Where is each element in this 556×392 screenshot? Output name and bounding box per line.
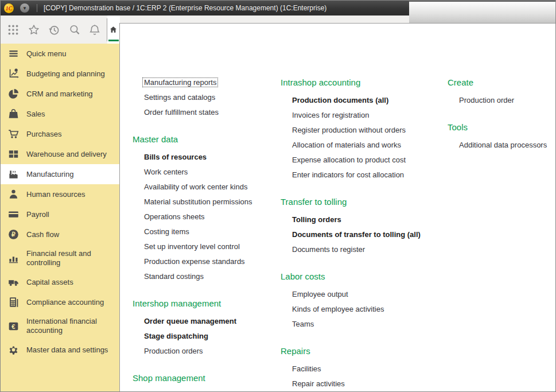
storage-boxes-icon — [8, 149, 19, 160]
sidebar-item-warehouse-and-delivery[interactable]: Warehouse and delivery — [1, 144, 119, 164]
section-header: Repairs — [281, 344, 444, 359]
sidebar-item-crm-and-marketing[interactable]: CRM and marketing — [1, 84, 119, 104]
menu-section: Manufacturing reportsSettings and catalo… — [133, 75, 279, 120]
menu-link[interactable]: Additional data processors — [448, 138, 556, 153]
menu-link[interactable]: Stage operations — [133, 389, 279, 392]
sidebar-item-capital-assets[interactable]: Capital assets — [1, 272, 119, 292]
menu-link[interactable]: Costing items — [133, 224, 279, 239]
sidebar-item-master-data-and-settings[interactable]: Master data and settings — [1, 340, 119, 360]
sidebar-item-payroll[interactable]: Payroll — [1, 204, 119, 224]
sidebar-item-budgeting-and-planning[interactable]: Budgeting and planning — [1, 64, 119, 84]
section-header: Tools — [448, 120, 556, 135]
menu-link[interactable]: Documents to register — [281, 242, 444, 257]
menu-link[interactable]: Order queue management — [133, 314, 279, 329]
menu-column-2: Intrashop accountingProduction documents… — [281, 24, 444, 391]
titlebar-light-area — [409, 1, 556, 23]
favorites-star-icon[interactable] — [26, 22, 41, 37]
sidebar-item-label: Quick menu — [26, 49, 114, 59]
menu-section: Labor costsEmployee outputKinds of emplo… — [281, 269, 444, 332]
titlebar: 1С ▼ [COPY] Demonstration base / 1C:ERP … — [1, 1, 409, 15]
menu-link[interactable]: Production order — [448, 93, 556, 108]
search-magnifier-icon[interactable] — [67, 22, 82, 37]
menu-link[interactable]: Tolling orders — [281, 212, 444, 227]
sidebar-item-purchases[interactable]: Purchases — [1, 124, 119, 144]
menu-section: Intershop managementOrder queue manageme… — [133, 296, 279, 359]
menu-link[interactable]: Operations sheets — [133, 209, 279, 224]
system-menu-dropdown-button[interactable]: ▼ — [20, 3, 29, 13]
menu-link[interactable]: Allocation of materials and works — [281, 138, 444, 153]
menu-link[interactable]: Facilities — [281, 362, 444, 377]
menu-section: CreateProduction order — [448, 75, 556, 108]
menu-link[interactable]: Production orders — [133, 344, 279, 359]
pie-chart-icon — [8, 88, 19, 99]
menu-link[interactable]: Manufacturing reports — [133, 75, 279, 90]
menu-link[interactable]: Repair activities — [281, 377, 444, 391]
calculator-icon — [8, 297, 19, 308]
sidebar-item-label: Human resources — [26, 190, 114, 199]
sidebar-item-label: Capital assets — [26, 278, 114, 287]
menu-link[interactable]: Enter indicators for cost allocation — [281, 168, 444, 183]
sidebar-item-sales[interactable]: Sales — [1, 104, 119, 124]
window-title: [COPY] Demonstration base / 1C:ERP 2 (En… — [44, 4, 326, 12]
sidebar-item-cash-flow[interactable]: ₽Cash flow — [1, 224, 119, 244]
sidebar-item-compliance-accounting[interactable]: Compliance accounting — [1, 292, 119, 312]
menu-link[interactable]: Expense allocation to product cost — [281, 153, 444, 168]
menu-link[interactable]: Settings and catalogs — [133, 90, 279, 105]
sidebar-item-label: Master data and settings — [26, 346, 114, 355]
sidebar-item-international-financial-accounting[interactable]: €International financial accounting — [1, 312, 119, 340]
menu-section: Master dataBills of resourcesWork center… — [133, 132, 279, 284]
app-window: 1С ▼ [COPY] Demonstration base / 1C:ERP … — [0, 0, 556, 392]
1c-logo-icon: 1С — [4, 3, 14, 13]
factory-icon — [8, 169, 19, 180]
history-clock-icon[interactable] — [46, 22, 61, 37]
section-header: Create — [448, 75, 556, 90]
planning-chart-icon — [8, 68, 19, 79]
sidebar-item-label: Sales — [26, 110, 114, 119]
sidebar-item-quick-menu[interactable]: Quick menu — [1, 44, 119, 64]
menu-column-3: CreateProduction orderToolsAdditional da… — [448, 24, 556, 153]
payment-card-icon — [8, 209, 19, 220]
menu-link[interactable]: Kinds of employee activities — [281, 302, 444, 317]
section-header: Intrashop accounting — [281, 75, 444, 90]
menu-link[interactable]: Order fulfillment states — [133, 105, 279, 120]
menu-link[interactable]: Stage dispatching — [133, 329, 279, 344]
sidebar-item-financial-result-and-controlling[interactable]: Financial result and controlling — [1, 244, 119, 272]
section-header: Labor costs — [281, 269, 444, 284]
tab-home[interactable] — [107, 15, 120, 44]
titlebar-separator — [37, 4, 37, 12]
sidebar-item-label: CRM and marketing — [26, 90, 114, 99]
menu-link[interactable]: Production expense standards — [133, 254, 279, 269]
menu-link[interactable]: Work centers — [133, 165, 279, 180]
apps-grid-icon[interactable] — [6, 22, 21, 37]
sidebar-item-label: Cash flow — [26, 230, 114, 239]
focused-link-outline: Manufacturing reports — [142, 77, 218, 87]
menu-link[interactable]: Register production without orders — [281, 123, 444, 138]
sidebar-item-manufacturing[interactable]: Manufacturing — [1, 164, 119, 184]
menu-link[interactable]: Availability of work center kinds — [133, 180, 279, 195]
bar-chart-icon — [8, 253, 19, 264]
notifications-bell-icon[interactable] — [87, 22, 102, 37]
menu-link[interactable]: Standard costings — [133, 269, 279, 284]
svg-text:₽: ₽ — [11, 231, 15, 238]
menu-link[interactable]: Production documents (all) — [281, 93, 444, 108]
sidebar-item-human-resources[interactable]: Human resources — [1, 184, 119, 204]
sidebar-item-label: Financial result and controlling — [26, 249, 114, 267]
menu-link[interactable]: Set up inventory level control — [133, 239, 279, 254]
svg-text:€: € — [11, 323, 15, 329]
menu-section: ToolsAdditional data processors — [448, 120, 556, 153]
menu-icon — [8, 48, 19, 59]
sidebar-item-label: Compliance accounting — [26, 298, 114, 307]
menu-section: Shop managementStage operations — [133, 371, 279, 392]
menu-link[interactable]: Bills of resources — [133, 150, 279, 165]
menu-link[interactable]: Invoices for registration — [281, 108, 444, 123]
sidebar-item-label: Warehouse and delivery — [26, 150, 114, 159]
section-header: Transfer to tolling — [281, 195, 444, 209]
section-header: Shop management — [133, 371, 279, 386]
menu-link[interactable]: Documents of transfer to tolling (all) — [281, 227, 444, 242]
menu-link[interactable]: Material substitution permissions — [133, 195, 279, 209]
menu-section: Intrashop accountingProduction documents… — [281, 75, 444, 183]
shopping-bag-icon — [8, 108, 19, 119]
menu-section: RepairsFacilitiesRepair activities — [281, 344, 444, 391]
menu-link[interactable]: Teams — [281, 317, 444, 332]
menu-link[interactable]: Employee output — [281, 287, 444, 302]
